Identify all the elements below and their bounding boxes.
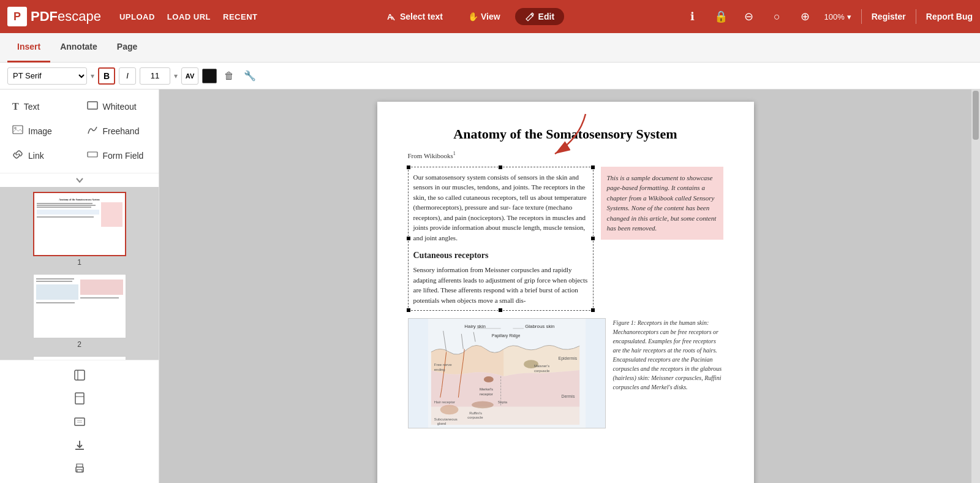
italic-button[interactable]: I	[119, 67, 136, 85]
thumb-page-1[interactable]: Anatomy of the Somatosensory System	[5, 192, 154, 267]
pdf-from-wikibooks: From Wikibooks1	[408, 151, 723, 159]
freehand-tool-icon	[87, 125, 98, 137]
pdf-callout-box: This is a sample document to showcase pa…	[601, 167, 723, 240]
svg-text:✋: ✋	[468, 12, 477, 21]
delete-element-button[interactable]: 🗑	[221, 67, 238, 85]
svg-text:gland: gland	[437, 422, 446, 425]
pdf-cutaneous-text: Sensory information from Meissner corpus…	[413, 265, 588, 305]
hand-icon: ✋	[467, 12, 477, 21]
resize-handle-mr[interactable]	[590, 236, 595, 241]
page-thumbnails: Anatomy of the Somatosensory System	[0, 187, 159, 360]
lock-button[interactable]: 🔒	[712, 7, 730, 26]
svg-text:ending: ending	[434, 368, 445, 371]
register-button[interactable]: Register	[872, 12, 906, 21]
load-url-nav[interactable]: LOAD URL	[167, 12, 211, 21]
zoom-level: 100% ▾	[824, 12, 851, 21]
sidebar-item-formfield[interactable]: Form Field	[80, 143, 154, 168]
left-sidebar: T Text Whiteout Image Freehand	[0, 89, 159, 483]
forms-button[interactable]	[70, 412, 89, 432]
pdf-figure-caption: Figure 1: Receptors in the human skin: M…	[613, 318, 723, 428]
bold-button[interactable]: B	[98, 67, 115, 85]
tab-annotate[interactable]: Annotate	[50, 33, 107, 63]
sidebar-item-freehand[interactable]: Freehand	[80, 119, 154, 143]
mode-buttons: A Select text ✋ View Edit	[270, 8, 671, 25]
tabs: Insert Annotate Page	[7, 33, 147, 63]
pdf-figure-area: Hairy skin Glabrous skin Papillary Ridge	[408, 318, 723, 428]
av-spacing-button[interactable]: AV	[181, 67, 198, 85]
pdf-right-column: This is a sample document to showcase pa…	[601, 167, 723, 311]
zoom-out-button[interactable]: ⊖	[740, 7, 758, 26]
svg-text:Free nerve: Free nerve	[434, 363, 451, 367]
resize-handle-bl[interactable]	[406, 308, 411, 313]
insert-tools-grid: T Text Whiteout Image Freehand	[0, 89, 159, 173]
thumb-page-3[interactable]: 3	[5, 356, 154, 360]
resize-handle-tl[interactable]	[406, 165, 411, 170]
thumb-label-1: 1	[5, 258, 154, 267]
zoom-reset-button[interactable]: ○	[768, 7, 786, 26]
info-button[interactable]: ℹ	[684, 7, 702, 26]
logo-text: PDFescape	[31, 9, 101, 25]
tab-bar: Insert Annotate Page	[0, 33, 980, 63]
font-size-input[interactable]	[140, 67, 170, 85]
pdf-title: Anatomy of the Somatosensory System	[408, 126, 723, 142]
sidebar-item-whiteout[interactable]: Whiteout	[80, 94, 154, 119]
tab-insert[interactable]: Insert	[7, 33, 50, 63]
sidebar-panel-toggle[interactable]	[70, 365, 89, 385]
pdf-left-column: Our somatosensory system consists of sen…	[408, 167, 594, 311]
svg-text:Merkel's: Merkel's	[480, 387, 493, 391]
svg-rect-10	[75, 393, 84, 404]
scrollbar[interactable]	[971, 89, 980, 483]
resize-handle-ml[interactable]	[406, 236, 411, 241]
thumb-page-2[interactable]: 2	[5, 274, 154, 349]
sidebar-expand-button[interactable]	[0, 173, 159, 187]
top-navigation: P PDFescape UPLOAD LOAD URL RECENT A Sel…	[0, 0, 980, 33]
link-tool-icon	[12, 150, 23, 162]
resize-handle-bc[interactable]	[498, 308, 503, 313]
format-toolbar: PT Serif ▾ B I ▾ AV 🗑 🔧	[0, 63, 980, 89]
svg-point-39	[472, 401, 494, 409]
svg-text:Subcutaneous: Subcutaneous	[434, 417, 457, 421]
svg-point-5	[14, 127, 17, 129]
upload-nav[interactable]: UPLOAD	[119, 12, 155, 21]
print-button[interactable]	[70, 458, 89, 478]
pdf-figure-image: Hairy skin Glabrous skin Papillary Ridge	[408, 318, 606, 428]
left-bottom-tools	[0, 360, 159, 483]
pdf-main-text: Our somatosensory system consists of sen…	[413, 172, 588, 243]
settings-button[interactable]: 🔧	[241, 67, 258, 85]
report-bug-button[interactable]: Report Bug	[926, 12, 973, 21]
sidebar-item-link-label: Link	[28, 151, 44, 161]
resize-handle-tr[interactable]	[590, 165, 595, 170]
svg-rect-4	[13, 126, 23, 134]
bookmark-button[interactable]	[70, 389, 89, 408]
scrollbar-thumb[interactable]	[973, 91, 979, 140]
svg-text:Papillary Ridge: Papillary Ridge	[491, 333, 520, 338]
sidebar-item-text[interactable]: T Text	[5, 94, 80, 119]
svg-text:Maisner's: Maisner's	[534, 364, 549, 368]
select-text-button[interactable]: A Select text	[377, 8, 453, 25]
pdf-page: Anatomy of the Somatosensory System From…	[377, 102, 754, 483]
thumb-preview-3	[33, 356, 126, 360]
svg-text:corpuscle: corpuscle	[467, 416, 483, 419]
text-tool-icon: T	[12, 101, 19, 112]
font-family-select[interactable]: PT Serif	[7, 67, 87, 85]
svg-text:Hairy skin: Hairy skin	[464, 324, 486, 329]
recent-nav[interactable]: RECENT	[223, 12, 257, 21]
resize-handle-tc[interactable]	[498, 165, 503, 170]
sidebar-item-link[interactable]: Link	[5, 143, 80, 168]
view-button[interactable]: ✋ View	[458, 8, 510, 25]
tab-page[interactable]: Page	[107, 33, 147, 63]
nav-right-controls: ℹ 🔒 ⊖ ○ ⊕ 100% ▾ Register Report Bug	[684, 7, 973, 26]
resize-handle-br[interactable]	[590, 308, 595, 313]
sidebar-item-image[interactable]: Image	[5, 119, 80, 143]
edit-button[interactable]: Edit	[515, 8, 564, 25]
svg-text:corpuscle: corpuscle	[534, 369, 550, 373]
logo[interactable]: P PDFescape	[7, 7, 101, 26]
download-button[interactable]	[70, 435, 89, 455]
pdf-columns: Our somatosensory system consists of sen…	[408, 167, 723, 311]
sidebar-item-image-label: Image	[28, 126, 52, 136]
zoom-in-button[interactable]: ⊕	[796, 7, 815, 26]
pdf-text-box-main[interactable]: Our somatosensory system consists of sen…	[408, 167, 594, 311]
svg-point-36	[440, 405, 458, 415]
color-picker-button[interactable]	[202, 69, 217, 83]
svg-text:Hair receptor: Hair receptor	[434, 401, 454, 405]
